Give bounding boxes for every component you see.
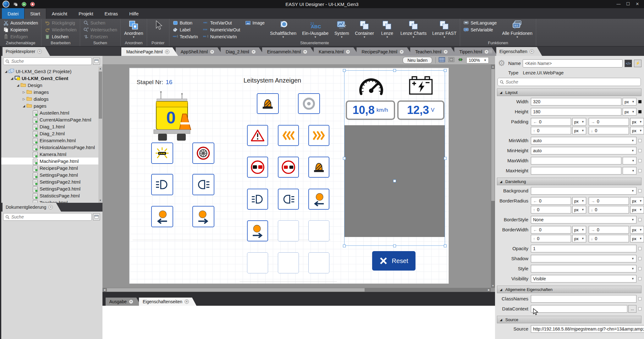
- unit-select[interactable]: px▼: [572, 118, 586, 126]
- canvas-box-turn-left[interactable]: [151, 206, 173, 227]
- ribbon-button-alle-funktionen[interactable]: 0:1Alle Funktionen▾: [500, 19, 535, 38]
- canvas-box-warning-triangle[interactable]: [247, 125, 268, 146]
- zoom-select[interactable]: 100%▼: [466, 57, 489, 63]
- canvas-vscrollbar[interactable]: ▲▼: [491, 65, 495, 288]
- reload-button[interactable]: Neu laden: [403, 57, 432, 64]
- selection-handle[interactable]: [393, 245, 396, 247]
- doc-tab-machinepage-html[interactable]: MachinePage.html✕: [121, 47, 178, 56]
- ribbon-button-image[interactable]: Image: [243, 19, 267, 26]
- window-layout-icon[interactable]: [13, 2, 18, 7]
- unit-select[interactable]: px▼: [630, 206, 644, 213]
- unit-select[interactable]: px▼: [630, 226, 644, 234]
- unit-select[interactable]: px▼: [630, 235, 644, 242]
- doc-tab-recipespage-html[interactable]: RecipesPage.html✕: [356, 47, 413, 56]
- canvas-box-empty[interactable]: [308, 252, 329, 273]
- tab-dokumentgliederung[interactable]: Dokumentgliederung ✕: [3, 203, 61, 212]
- canvas-box-lightbar[interactable]: [151, 143, 173, 164]
- prop-input-borderwidth-2[interactable]: ↑0: [531, 235, 571, 242]
- collapse-icon[interactable]: ◢: [22, 104, 26, 108]
- tree-item-currentalarmspage-html[interactable]: CurrentAlarmsPage.html: [1, 116, 102, 123]
- ribbon-button-lenze[interactable]: Lenze▾: [377, 19, 397, 38]
- canvas-box-turn-right[interactable]: [192, 206, 214, 227]
- search-options-button[interactable]: [93, 213, 100, 220]
- minimize-button[interactable]: —: [614, 0, 623, 8]
- voltage-display[interactable]: 12,3 V: [397, 100, 444, 120]
- canvas-box-beacon[interactable]: [257, 93, 279, 114]
- unit-select[interactable]: ▼: [623, 157, 636, 164]
- ribbon-button-button[interactable]: Button: [171, 19, 200, 26]
- prop-select-visibility[interactable]: Visible▼: [531, 275, 636, 282]
- ribbon-button-ein-ausgabe[interactable]: 21ABCEin-/Ausgabe▾: [300, 19, 331, 38]
- tree-item-ui-lkm-gen3-2-projekte[interactable]: ◢UI-LKM_Gen3 (2 Projekte): [1, 68, 102, 75]
- menu-start[interactable]: Start: [24, 8, 46, 19]
- close-icon[interactable]: ✕: [129, 299, 133, 304]
- binding-indicator[interactable]: [638, 139, 641, 142]
- binding-indicator[interactable]: [638, 169, 641, 172]
- prop-input-classnames[interactable]: [531, 295, 636, 303]
- close-icon[interactable]: ✕: [346, 50, 350, 54]
- collapse-icon[interactable]: ◢: [4, 70, 8, 73]
- prop-input-padding-2[interactable]: ↑0: [531, 127, 571, 134]
- tree-item-settingspage3-html[interactable]: SettingsPage3.html: [1, 185, 102, 192]
- tree-item-design[interactable]: ◢Design: [1, 82, 102, 89]
- canvas-box-beacon[interactable]: [308, 157, 329, 178]
- selection-handle[interactable]: [444, 245, 447, 247]
- ribbon-button-lenze-charts[interactable]: Lenze Charts▾: [398, 19, 429, 38]
- unit-select[interactable]: px▼: [630, 127, 644, 134]
- close-icon[interactable]: ✕: [251, 50, 256, 54]
- prop-select-minheight[interactable]: auto▼: [531, 147, 636, 154]
- speed-display[interactable]: 10,8 km/h: [346, 100, 395, 120]
- reset-button[interactable]: Reset: [372, 251, 416, 271]
- stack-number-label[interactable]: Stapel Nr:16: [137, 79, 173, 86]
- canvas-box-headlight-left[interactable]: [247, 189, 268, 210]
- prop-input-borderradius-2[interactable]: ↑0: [531, 206, 571, 213]
- tree-item-kamera-html[interactable]: Kamera.html: [1, 151, 102, 158]
- close-button[interactable]: ✕: [633, 0, 642, 8]
- maximize-button[interactable]: ☐: [623, 0, 633, 8]
- ribbon-button-system[interactable]: System▾: [332, 19, 351, 38]
- unit-select[interactable]: px▼: [572, 226, 586, 234]
- ribbon-button-textvarout[interactable]: ABCTextVarOut: [201, 19, 242, 26]
- binding-indicator[interactable]: [638, 189, 641, 192]
- binding-indicator[interactable]: [638, 297, 641, 300]
- prop-input-borderwidth-3[interactable]: ↓0: [589, 235, 629, 242]
- tree-item-machinepage-html[interactable]: MachinePage.html: [1, 158, 102, 164]
- section-header-allgemeine-eigenschaften[interactable]: ◢Allgemeine Eigenschaften: [497, 286, 641, 293]
- ribbon-button-kopieren[interactable]: Kopieren: [1, 26, 40, 33]
- ribbon-button-setvariable[interactable]: +10SetVariable: [461, 26, 498, 33]
- canvas-box-turn-left[interactable]: [308, 189, 329, 210]
- outline-search-input[interactable]: [11, 214, 90, 219]
- menu-ansicht[interactable]: Ansicht: [46, 8, 73, 19]
- prop-input-padding-1[interactable]: →0: [589, 118, 629, 126]
- prop-input-maxheight[interactable]: [531, 167, 621, 175]
- prop-input-datacontext[interactable]: [531, 305, 627, 313]
- tree-scrollbar[interactable]: ▲▼: [98, 67, 102, 203]
- grid-toggle-icon[interactable]: [439, 57, 445, 63]
- canvas-box-turn-right[interactable]: [247, 220, 268, 241]
- canvas-box-empty[interactable]: [308, 220, 329, 241]
- ribbon-button-numericvarout[interactable]: 2110NumericVarOut: [201, 26, 242, 33]
- ribbon-button-textvarin[interactable]: ABCTextVarIn: [171, 33, 200, 40]
- tab-projektexplorer[interactable]: Projektexplorer ✕: [3, 47, 50, 56]
- selection-handle[interactable]: [444, 157, 447, 160]
- prop-select-style[interactable]: ▼: [531, 265, 636, 272]
- prop-input-opacity[interactable]: 1: [531, 245, 636, 252]
- tree-item-pages[interactable]: ◢pages: [1, 102, 102, 109]
- close-icon[interactable]: ✕: [484, 50, 489, 54]
- close-icon[interactable]: ✕: [443, 50, 448, 54]
- binding-indicator[interactable]: [638, 218, 641, 221]
- canvas-hscrollbar[interactable]: ◀▶: [102, 288, 491, 292]
- ribbon-button-setlanguage[interactable]: SetLanguage: [461, 19, 498, 26]
- doc-tab-teachen-html[interactable]: Teachen.html✕: [410, 47, 457, 56]
- unit-select[interactable]: px▼: [630, 118, 644, 126]
- prop-input-maxwidth[interactable]: [531, 157, 621, 164]
- unit-select[interactable]: px▼: [572, 206, 586, 213]
- selection-handle[interactable]: [343, 157, 346, 160]
- bottom-tab-eigenschaftenseiten[interactable]: Eigenschaftenseiten✕: [139, 298, 196, 306]
- unit-select[interactable]: px▼: [630, 197, 644, 205]
- binding-indicator[interactable]: [638, 149, 641, 152]
- ribbon-button-ersetzen[interactable]: Ersetzen: [81, 33, 119, 40]
- expand-icon[interactable]: ▷: [22, 97, 26, 101]
- canvas-box-chevrons-right[interactable]: [308, 125, 329, 146]
- close-icon[interactable]: ✕: [48, 205, 53, 209]
